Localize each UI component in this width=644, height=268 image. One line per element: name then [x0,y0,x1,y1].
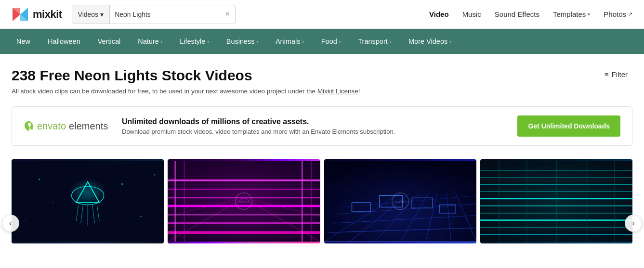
cat-halloween[interactable]: Halloween [39,29,89,54]
envato-leaf-icon [24,121,34,131]
cat-new[interactable]: New [8,29,39,54]
search-input[interactable] [110,11,220,18]
video-grid: envato [10,159,634,243]
search-type-dropdown[interactable]: Videos ▾ [72,5,110,24]
cat-animals[interactable]: Animals › [267,29,313,54]
logo[interactable]: mixkit [12,6,62,23]
video-card-3[interactable]: envato [324,159,476,243]
page-header: 238 Free Neon Lights Stock Videos ≡ Filt… [12,67,632,84]
svg-rect-57 [324,161,476,242]
search-type-label: Videos [78,11,99,18]
nature-chevron: › [161,39,162,44]
main-content: 238 Free Neon Lights Stock Videos ≡ Filt… [0,54,644,243]
video-thumb-2-svg: envato [168,159,320,243]
video-card-4[interactable] [480,159,632,243]
logo-text: mixkit [33,8,62,21]
svg-point-12 [53,202,53,203]
video-card-1[interactable] [12,159,164,243]
header-nav: Video Music Sound Effects Templates ▾ Ph… [429,10,632,18]
photos-external-icon: ↗ [628,11,632,17]
cat-vertical[interactable]: Vertical [89,29,130,54]
food-chevron: › [339,39,341,44]
carousel-prev-button[interactable]: ‹ [2,215,19,232]
search-bar: Videos ▾ × [72,5,236,24]
svg-point-15 [25,220,26,221]
lifestyle-chevron: › [207,39,209,44]
header: mixkit Videos ▾ × Video Music Sound Effe… [0,0,644,29]
search-clear-button[interactable]: × [220,9,235,19]
search-type-chevron: ▾ [100,11,104,18]
nav-item-photos[interactable]: Photos ↗ [604,10,632,18]
nav-item-templates[interactable]: Templates ▾ [553,10,590,18]
filter-icon: ≡ [605,70,609,78]
svg-rect-37 [168,161,320,242]
video-card-2[interactable]: envato [168,159,320,243]
transport-chevron: › [390,39,391,44]
svg-point-14 [140,216,142,217]
envato-text: Unlimited downloads of millions of creat… [122,117,506,135]
svg-point-18 [69,179,106,206]
video-thumb-1-svg [12,159,164,243]
envato-logo: envatoelements [24,121,110,132]
svg-point-16 [154,174,156,176]
nav-item-music[interactable]: Music [462,10,481,18]
cat-food[interactable]: Food › [313,29,349,54]
nav-item-sound-effects[interactable]: Sound Effects [495,10,539,18]
templates-chevron: ▾ [588,12,590,17]
filter-button[interactable]: ≡ Filter [600,67,632,81]
envato-subtext: Download premium stock videos, video tem… [122,128,506,135]
svg-point-13 [121,183,123,185]
page-title: 238 Free Neon Lights Stock Videos [12,67,252,84]
svg-point-11 [39,179,40,180]
mixkit-license-link[interactable]: Mixkit License [317,88,358,95]
nav-item-video[interactable]: Video [429,10,449,18]
envato-name-envato: envato [37,121,66,132]
envato-headline: Unlimited downloads of millions of creat… [122,117,506,126]
cat-nature[interactable]: Nature › [129,29,171,54]
more-videos-chevron: › [449,39,451,44]
cat-transport[interactable]: Transport › [349,29,400,54]
video-thumb-3-svg: envato [324,159,476,243]
carousel-next-button[interactable]: › [625,215,642,232]
envato-banner: envatoelements Unlimited downloads of mi… [12,106,632,146]
category-nav: New Halloween Vertical Nature › Lifestyl… [0,29,644,54]
business-chevron: › [257,39,258,44]
cat-more-videos[interactable]: More Videos › [400,29,460,54]
cat-business[interactable]: Business › [218,29,267,54]
mixkit-logo-icon [12,6,29,23]
animals-chevron: › [302,39,303,44]
page-subtitle: All stock video clips can be downloaded … [12,88,632,95]
svg-rect-76 [480,161,632,242]
get-unlimited-downloads-button[interactable]: Get Unlimited Downloads [517,115,620,137]
envato-name-elements: elements [69,121,108,132]
video-thumb-4-svg [480,159,632,243]
cat-lifestyle[interactable]: Lifestyle › [171,29,218,54]
